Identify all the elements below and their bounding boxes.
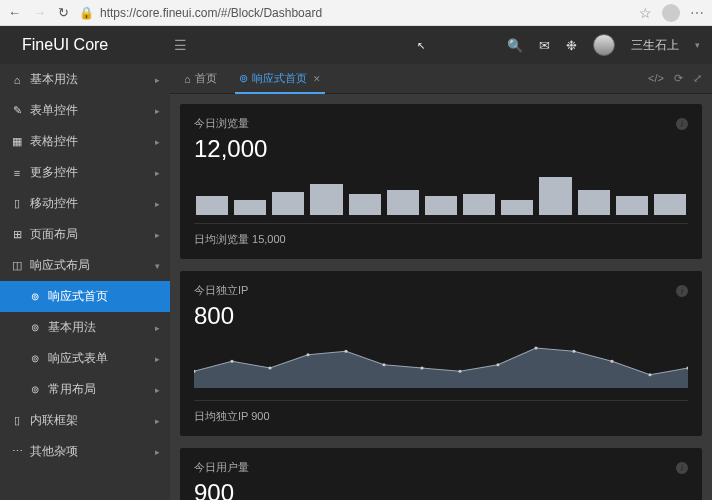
url-text[interactable]: https://core.fineui.com/#/Block/Dashboar… bbox=[100, 6, 322, 20]
svg-point-4 bbox=[306, 353, 309, 356]
card-value: 12,000 bbox=[194, 135, 688, 163]
stat-card: 今日浏览量i 12,000 日均浏览量 15,000 bbox=[180, 104, 702, 259]
bar bbox=[196, 196, 228, 215]
chevron-icon: ▸ bbox=[155, 447, 160, 457]
chevron-icon: ▸ bbox=[155, 168, 160, 178]
tabbar: ⌂ 首页 ⊚ 响应式首页 ✕ </> ⟳ ⤢ bbox=[170, 64, 712, 94]
sidebar-label: 更多控件 bbox=[30, 164, 78, 181]
brand-title: FineUI Core bbox=[12, 36, 170, 54]
tab-home[interactable]: ⌂ 首页 bbox=[180, 64, 221, 93]
sidebar-label: 响应式布局 bbox=[30, 257, 90, 274]
info-icon[interactable]: i bbox=[676, 285, 688, 297]
svg-point-10 bbox=[534, 347, 537, 350]
refresh-tab-icon[interactable]: ⟳ bbox=[674, 72, 683, 85]
chevron-icon: ▸ bbox=[155, 385, 160, 395]
svg-point-7 bbox=[420, 367, 423, 370]
sidebar-subitem[interactable]: ⊚常用布局▸ bbox=[0, 374, 170, 405]
info-icon[interactable]: i bbox=[676, 462, 688, 474]
dropdown-icon[interactable]: ▾ bbox=[695, 40, 700, 50]
sidebar-subitem[interactable]: ⊚响应式表单▸ bbox=[0, 343, 170, 374]
line-chart bbox=[194, 338, 688, 388]
card-value: 800 bbox=[194, 302, 688, 330]
tab-icon: ⊚ bbox=[239, 72, 248, 85]
sidebar-icon: ▯ bbox=[10, 197, 24, 210]
bar-chart bbox=[194, 173, 688, 215]
sidebar-item[interactable]: ⋯其他杂项▸ bbox=[0, 436, 170, 467]
sidebar-icon: ⊞ bbox=[10, 228, 24, 241]
more-icon[interactable]: ⋯ bbox=[690, 5, 704, 21]
bar bbox=[463, 194, 495, 215]
sidebar-label: 其他杂项 bbox=[30, 443, 78, 460]
sidebar-sub-label: 响应式表单 bbox=[48, 350, 108, 367]
bar bbox=[425, 196, 457, 215]
svg-point-12 bbox=[610, 360, 613, 363]
tab-home-label: 首页 bbox=[195, 71, 217, 86]
chevron-icon: ▸ bbox=[155, 323, 160, 333]
chevron-icon: ▸ bbox=[155, 354, 160, 364]
sidebar-item[interactable]: ▦表格控件▸ bbox=[0, 126, 170, 157]
sidebar: ⌂基本用法▸✎表单控件▸▦表格控件▸≡更多控件▸▯移动控件▸⊞页面布局▸◫响应式… bbox=[0, 26, 170, 500]
sidebar-icon: ⋯ bbox=[10, 445, 24, 458]
sidebar-sub-label: 基本用法 bbox=[48, 319, 96, 336]
lock-icon: 🔒 bbox=[79, 6, 94, 20]
search-icon[interactable]: 🔍 bbox=[507, 38, 523, 53]
bar bbox=[654, 194, 686, 215]
home-icon: ⌂ bbox=[184, 73, 191, 85]
tab-label: 响应式首页 bbox=[252, 71, 307, 86]
sidebar-item[interactable]: ▯移动控件▸ bbox=[0, 188, 170, 219]
back-icon[interactable]: ← bbox=[8, 5, 21, 20]
menu-toggle-icon[interactable]: ☰ bbox=[174, 37, 187, 53]
svg-point-9 bbox=[496, 363, 499, 366]
sidebar-item[interactable]: ◫响应式布局▾ bbox=[0, 250, 170, 281]
sidebar-sub-icon: ⊚ bbox=[28, 322, 42, 333]
sidebar-subitem[interactable]: ⊚基本用法▸ bbox=[0, 312, 170, 343]
chevron-icon: ▾ bbox=[155, 261, 160, 271]
bar bbox=[234, 200, 266, 215]
chevron-icon: ▸ bbox=[155, 199, 160, 209]
sidebar-icon: ≡ bbox=[10, 167, 24, 179]
bar bbox=[616, 196, 648, 215]
bar bbox=[501, 200, 533, 215]
svg-point-3 bbox=[268, 367, 271, 370]
bar bbox=[539, 177, 571, 215]
card-footer: 日均浏览量 15,000 bbox=[194, 223, 688, 247]
mail-icon[interactable]: ✉ bbox=[539, 38, 550, 53]
star-icon[interactable]: ☆ bbox=[639, 5, 652, 21]
svg-point-13 bbox=[648, 373, 651, 376]
card-footer: 日均独立IP 900 bbox=[194, 400, 688, 424]
card-value: 900 bbox=[194, 479, 688, 500]
chevron-icon: ▸ bbox=[155, 137, 160, 147]
chevron-icon: ▸ bbox=[155, 230, 160, 240]
main-area: ⌂ 首页 ⊚ 响应式首页 ✕ </> ⟳ ⤢ 今日浏览量i 12,000 日均浏… bbox=[170, 26, 712, 500]
svg-point-5 bbox=[344, 350, 347, 353]
user-avatar[interactable] bbox=[593, 34, 615, 56]
tab-responsive-home[interactable]: ⊚ 响应式首页 ✕ bbox=[235, 64, 325, 93]
chevron-icon: ▸ bbox=[155, 75, 160, 85]
bar bbox=[578, 190, 610, 215]
sidebar-item[interactable]: ≡更多控件▸ bbox=[0, 157, 170, 188]
stat-card: 今日独立IPi 800 日均独立IP 900 bbox=[180, 271, 702, 436]
browser-avatar[interactable] bbox=[662, 4, 680, 22]
chevron-icon: ▸ bbox=[155, 106, 160, 116]
dashboard-content: 今日浏览量i 12,000 日均浏览量 15,000 今日独立IPi 800 日… bbox=[170, 94, 712, 500]
refresh-icon[interactable]: ↻ bbox=[58, 5, 69, 20]
chat-icon[interactable]: ❉ bbox=[566, 38, 577, 53]
svg-point-8 bbox=[458, 370, 461, 373]
expand-icon[interactable]: ⤢ bbox=[693, 72, 702, 85]
sidebar-label: 内联框架 bbox=[30, 412, 78, 429]
bar bbox=[310, 184, 342, 216]
sidebar-item[interactable]: ▯内联框架▸ bbox=[0, 405, 170, 436]
sidebar-label: 表格控件 bbox=[30, 133, 78, 150]
sidebar-item[interactable]: ⌂基本用法▸ bbox=[0, 64, 170, 95]
sidebar-label: 页面布局 bbox=[30, 226, 78, 243]
forward-icon[interactable]: → bbox=[33, 5, 46, 20]
sidebar-subitem[interactable]: ⊚响应式首页 bbox=[0, 281, 170, 312]
username-label[interactable]: 三生石上 bbox=[631, 37, 679, 54]
sidebar-icon: ✎ bbox=[10, 104, 24, 117]
info-icon[interactable]: i bbox=[676, 118, 688, 130]
sidebar-item[interactable]: ⊞页面布局▸ bbox=[0, 219, 170, 250]
code-icon[interactable]: </> bbox=[648, 72, 664, 85]
close-icon[interactable]: ✕ bbox=[313, 74, 321, 84]
svg-point-6 bbox=[382, 363, 385, 366]
sidebar-item[interactable]: ✎表单控件▸ bbox=[0, 95, 170, 126]
